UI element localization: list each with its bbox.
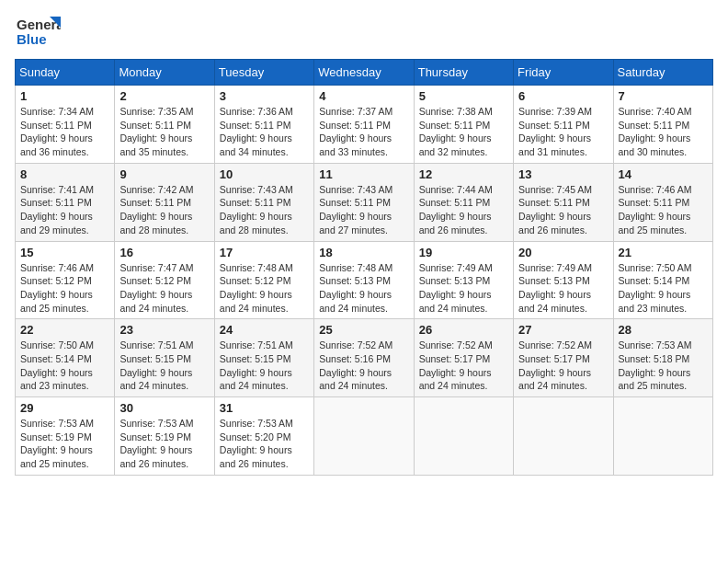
day-detail: Sunrise: 7:48 AMSunset: 5:12 PMDaylight:… <box>220 261 309 316</box>
week-row-4: 22Sunrise: 7:50 AMSunset: 5:14 PMDayligh… <box>16 319 713 397</box>
week-row-3: 15Sunrise: 7:46 AMSunset: 5:12 PMDayligh… <box>16 241 713 319</box>
day-number: 15 <box>20 246 109 259</box>
day-number: 30 <box>119 401 209 415</box>
day-number: 17 <box>220 246 309 259</box>
day-detail: Sunrise: 7:34 AMSunset: 5:11 PMDaylight:… <box>20 105 109 159</box>
calendar-cell <box>414 397 513 476</box>
calendar-cell: 18Sunrise: 7:48 AMSunset: 5:13 PMDayligh… <box>314 241 414 319</box>
calendar-cell: 17Sunrise: 7:48 AMSunset: 5:12 PMDayligh… <box>214 241 313 319</box>
calendar-cell: 14Sunrise: 7:46 AMSunset: 5:11 PMDayligh… <box>613 163 712 241</box>
day-of-week-header-row: SundayMondayTuesdayWednesdayThursdayFrid… <box>16 60 713 86</box>
day-detail: Sunrise: 7:43 AMSunset: 5:11 PMDaylight:… <box>319 183 408 237</box>
calendar-cell: 10Sunrise: 7:43 AMSunset: 5:11 PMDayligh… <box>214 163 313 241</box>
calendar-cell: 22Sunrise: 7:50 AMSunset: 5:14 PMDayligh… <box>16 319 115 397</box>
calendar-cell: 19Sunrise: 7:49 AMSunset: 5:13 PMDayligh… <box>414 241 513 319</box>
calendar-cell: 28Sunrise: 7:53 AMSunset: 5:18 PMDayligh… <box>613 319 712 397</box>
svg-text:Blue: Blue <box>17 31 47 47</box>
day-detail: Sunrise: 7:53 AMSunset: 5:19 PMDaylight:… <box>119 417 209 471</box>
calendar-cell: 9Sunrise: 7:42 AMSunset: 5:11 PMDaylight… <box>115 163 214 241</box>
dow-header-saturday: Saturday <box>613 60 712 86</box>
day-number: 12 <box>419 167 508 181</box>
day-number: 16 <box>119 246 209 259</box>
day-detail: Sunrise: 7:46 AMSunset: 5:11 PMDaylight:… <box>619 183 708 237</box>
day-detail: Sunrise: 7:49 AMSunset: 5:13 PMDaylight:… <box>419 261 508 316</box>
calendar-cell <box>613 397 712 476</box>
week-row-2: 8Sunrise: 7:41 AMSunset: 5:11 PMDaylight… <box>16 163 713 241</box>
calendar-cell: 27Sunrise: 7:52 AMSunset: 5:17 PMDayligh… <box>514 319 613 397</box>
day-detail: Sunrise: 7:36 AMSunset: 5:11 PMDaylight:… <box>220 105 309 159</box>
calendar-cell: 5Sunrise: 7:38 AMSunset: 5:11 PMDaylight… <box>414 86 513 164</box>
day-detail: Sunrise: 7:40 AMSunset: 5:11 PMDaylight:… <box>619 105 708 159</box>
day-number: 14 <box>619 167 708 181</box>
day-detail: Sunrise: 7:39 AMSunset: 5:11 PMDaylight:… <box>518 105 608 159</box>
day-number: 21 <box>619 246 708 259</box>
calendar-cell: 7Sunrise: 7:40 AMSunset: 5:11 PMDaylight… <box>613 86 712 164</box>
calendar-body: 1Sunrise: 7:34 AMSunset: 5:11 PMDaylight… <box>16 86 713 476</box>
day-number: 18 <box>319 246 408 259</box>
dow-header-thursday: Thursday <box>414 60 513 86</box>
page-header: General Blue <box>15 15 713 52</box>
day-number: 20 <box>518 246 608 259</box>
day-number: 13 <box>518 167 608 181</box>
day-number: 4 <box>319 89 408 103</box>
dow-header-sunday: Sunday <box>16 60 115 86</box>
day-number: 11 <box>319 167 408 181</box>
dow-header-tuesday: Tuesday <box>214 60 313 86</box>
day-detail: Sunrise: 7:53 AMSunset: 5:20 PMDaylight:… <box>220 417 309 471</box>
day-number: 1 <box>20 89 109 103</box>
dow-header-wednesday: Wednesday <box>314 60 414 86</box>
day-detail: Sunrise: 7:50 AMSunset: 5:14 PMDaylight:… <box>20 339 109 393</box>
day-detail: Sunrise: 7:53 AMSunset: 5:19 PMDaylight:… <box>20 417 109 471</box>
day-detail: Sunrise: 7:52 AMSunset: 5:16 PMDaylight:… <box>319 339 408 393</box>
day-number: 22 <box>20 323 109 337</box>
calendar-cell <box>514 397 613 476</box>
calendar-cell: 15Sunrise: 7:46 AMSunset: 5:12 PMDayligh… <box>16 241 115 319</box>
day-number: 26 <box>419 323 508 337</box>
calendar-cell: 30Sunrise: 7:53 AMSunset: 5:19 PMDayligh… <box>115 397 214 476</box>
day-detail: Sunrise: 7:47 AMSunset: 5:12 PMDaylight:… <box>119 261 209 316</box>
day-number: 31 <box>220 401 309 415</box>
day-number: 23 <box>119 323 209 337</box>
day-number: 27 <box>518 323 608 337</box>
day-number: 24 <box>220 323 309 337</box>
day-number: 19 <box>419 246 508 259</box>
calendar-cell: 25Sunrise: 7:52 AMSunset: 5:16 PMDayligh… <box>314 319 414 397</box>
calendar-cell: 3Sunrise: 7:36 AMSunset: 5:11 PMDaylight… <box>214 86 313 164</box>
day-detail: Sunrise: 7:48 AMSunset: 5:13 PMDaylight:… <box>319 261 408 316</box>
calendar-cell: 31Sunrise: 7:53 AMSunset: 5:20 PMDayligh… <box>214 397 313 476</box>
calendar-cell: 24Sunrise: 7:51 AMSunset: 5:15 PMDayligh… <box>214 319 313 397</box>
day-detail: Sunrise: 7:44 AMSunset: 5:11 PMDaylight:… <box>419 183 508 237</box>
day-detail: Sunrise: 7:46 AMSunset: 5:12 PMDaylight:… <box>20 261 109 316</box>
day-detail: Sunrise: 7:52 AMSunset: 5:17 PMDaylight:… <box>419 339 508 393</box>
day-number: 2 <box>119 89 209 103</box>
calendar-cell: 21Sunrise: 7:50 AMSunset: 5:14 PMDayligh… <box>613 241 712 319</box>
day-number: 29 <box>20 401 109 415</box>
day-number: 9 <box>119 167 209 181</box>
calendar-cell: 29Sunrise: 7:53 AMSunset: 5:19 PMDayligh… <box>16 397 115 476</box>
day-number: 25 <box>319 323 408 337</box>
calendar-cell: 4Sunrise: 7:37 AMSunset: 5:11 PMDaylight… <box>314 86 414 164</box>
day-detail: Sunrise: 7:53 AMSunset: 5:18 PMDaylight:… <box>619 339 708 393</box>
day-detail: Sunrise: 7:41 AMSunset: 5:11 PMDaylight:… <box>20 183 109 237</box>
calendar-cell: 6Sunrise: 7:39 AMSunset: 5:11 PMDaylight… <box>514 86 613 164</box>
dow-header-monday: Monday <box>115 60 214 86</box>
calendar-cell: 8Sunrise: 7:41 AMSunset: 5:11 PMDaylight… <box>16 163 115 241</box>
calendar-cell: 16Sunrise: 7:47 AMSunset: 5:12 PMDayligh… <box>115 241 214 319</box>
day-detail: Sunrise: 7:35 AMSunset: 5:11 PMDaylight:… <box>119 105 209 159</box>
day-detail: Sunrise: 7:52 AMSunset: 5:17 PMDaylight:… <box>518 339 608 393</box>
calendar-cell: 20Sunrise: 7:49 AMSunset: 5:13 PMDayligh… <box>514 241 613 319</box>
day-detail: Sunrise: 7:50 AMSunset: 5:14 PMDaylight:… <box>619 261 708 316</box>
week-row-1: 1Sunrise: 7:34 AMSunset: 5:11 PMDaylight… <box>16 86 713 164</box>
day-detail: Sunrise: 7:43 AMSunset: 5:11 PMDaylight:… <box>220 183 309 237</box>
day-number: 5 <box>419 89 508 103</box>
calendar-cell: 1Sunrise: 7:34 AMSunset: 5:11 PMDaylight… <box>16 86 115 164</box>
day-detail: Sunrise: 7:51 AMSunset: 5:15 PMDaylight:… <box>119 339 209 393</box>
week-row-5: 29Sunrise: 7:53 AMSunset: 5:19 PMDayligh… <box>16 397 713 476</box>
day-detail: Sunrise: 7:37 AMSunset: 5:11 PMDaylight:… <box>319 105 408 159</box>
calendar-cell: 13Sunrise: 7:45 AMSunset: 5:11 PMDayligh… <box>514 163 613 241</box>
dow-header-friday: Friday <box>514 60 613 86</box>
day-detail: Sunrise: 7:49 AMSunset: 5:13 PMDaylight:… <box>518 261 608 316</box>
day-detail: Sunrise: 7:45 AMSunset: 5:11 PMDaylight:… <box>518 183 608 237</box>
calendar-cell: 23Sunrise: 7:51 AMSunset: 5:15 PMDayligh… <box>115 319 214 397</box>
day-number: 10 <box>220 167 309 181</box>
